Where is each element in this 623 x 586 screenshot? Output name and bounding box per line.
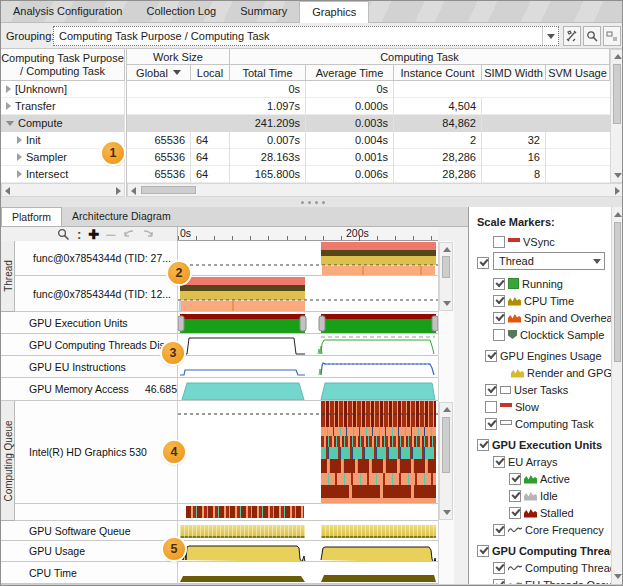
tab-graphics[interactable]: Graphics	[299, 1, 369, 23]
cell-instance-count[interactable]: 84,862	[394, 115, 482, 132]
column-header-svm-usage[interactable]: SVM Usage	[546, 65, 610, 81]
cell-global[interactable]: 65536	[127, 166, 191, 183]
gpu-memory-access-chart[interactable]	[177, 378, 438, 401]
gpu-computing-threads-chart[interactable]	[177, 334, 438, 356]
checkbox-icon[interactable]	[509, 490, 521, 502]
chevron-down-icon[interactable]	[542, 27, 558, 45]
tab-architecture-diagram[interactable]: Architecture Diagram	[62, 207, 181, 226]
cell-total-time[interactable]: 165.800s	[230, 166, 306, 183]
timeline-ruler[interactable]: 0s 200s	[177, 227, 438, 241]
legend-item-gpu-computing-threads[interactable]: GPU Computing Thread...	[477, 542, 623, 559]
checkbox-icon[interactable]	[485, 384, 497, 396]
column-header-instance-count[interactable]: Instance Count	[394, 65, 482, 81]
cell-local[interactable]: 64	[191, 166, 230, 183]
tab-summary[interactable]: Summary	[228, 1, 299, 22]
row-name-unknown[interactable]: [Unknown]	[1, 81, 125, 98]
row-name-compute[interactable]: Compute	[1, 115, 125, 132]
row-label-thread-12[interactable]: func@0x7854344d (TID: 12...	[15, 276, 177, 312]
queue-section-scrollbar[interactable]	[439, 402, 453, 520]
cell-average-time[interactable]: 0.003s	[306, 115, 394, 132]
cell-simd-width[interactable]: 32	[482, 132, 546, 149]
legend-item-eu-arrays[interactable]: EU Arrays	[493, 453, 558, 470]
cell-total-time[interactable]: 241.209s	[230, 115, 306, 132]
cell-total-time[interactable]: 1.097s	[230, 98, 306, 115]
checkbox-icon[interactable]	[493, 295, 505, 307]
checkbox-icon[interactable]	[477, 439, 489, 451]
grouping-combobox[interactable]: Computing Task Purpose / Computing Task	[53, 26, 559, 46]
row-name-intersect[interactable]: Intersect	[1, 166, 125, 183]
queue-secondary-chart[interactable]	[177, 504, 438, 521]
tab-collection-log[interactable]: Collection Log	[134, 1, 228, 22]
checkbox-icon[interactable]	[493, 236, 505, 248]
row-label-gpu-software-queue[interactable]: GPU Software Queue	[1, 521, 177, 541]
zoom-magnifier-icon[interactable]	[57, 228, 70, 241]
checkbox-icon[interactable]	[485, 401, 497, 413]
cell-instance-count[interactable]: 2	[394, 132, 482, 149]
cell-average-time[interactable]: 0.000s	[306, 98, 394, 115]
checkbox-icon[interactable]	[485, 418, 497, 430]
legend-item-computing-thread[interactable]: Computing Thread...	[493, 559, 623, 576]
column-header-simd-width[interactable]: SIMD Width	[482, 65, 546, 81]
pane-splitter[interactable]	[1, 197, 623, 207]
cell-instance-count[interactable]: 4,504	[394, 98, 482, 115]
legend-item-running[interactable]: Running	[493, 275, 563, 292]
row-label-gpu-memory-access[interactable]: GPU Memory Access 46.685	[1, 378, 177, 401]
legend-item-idle[interactable]: Idle	[509, 487, 558, 504]
row-label-gpu-computing-threads[interactable]: GPU Computing Threads Dis...	[1, 334, 177, 356]
cell-average-time[interactable]: 0.001s	[306, 149, 394, 166]
cell-average-time[interactable]: 0.006s	[306, 166, 394, 183]
legend-item-thread-group[interactable]	[477, 254, 489, 271]
row-label-gpu-usage[interactable]: GPU Usage	[1, 541, 177, 562]
row-label-queue-extra[interactable]	[15, 504, 177, 521]
checkbox-icon[interactable]	[493, 456, 505, 468]
tab-analysis-configuration[interactable]: Analysis Configuration	[1, 1, 134, 22]
frozen-column-hscrollbar[interactable]	[1, 183, 125, 197]
row-label-gpu-execution-units[interactable]: GPU Execution Units	[1, 312, 177, 334]
checkbox-icon[interactable]	[509, 507, 521, 519]
checkbox-icon[interactable]	[493, 329, 505, 341]
checkbox-icon[interactable]	[493, 524, 505, 536]
customize-grouping-button[interactable]	[563, 26, 581, 46]
cell-global[interactable]: 65536	[127, 132, 191, 149]
intel-hd-graphics-queue-chart[interactable]	[177, 401, 438, 504]
legend-item-clocktick-sample[interactable]: Clocktick Sample	[493, 326, 604, 343]
column-header-global[interactable]: Global	[127, 65, 191, 81]
checkbox-icon[interactable]	[493, 562, 505, 574]
gpu-execution-units-chart[interactable]	[177, 312, 438, 334]
checkbox-icon[interactable]	[493, 278, 505, 290]
column-header-local[interactable]: Local	[191, 65, 230, 81]
row-label-gpu-eu-instructions[interactable]: GPU EU Instructions	[1, 356, 177, 378]
column-header-task-purpose[interactable]: Computing Task Purpose / Computing Task	[1, 49, 125, 81]
cell-local[interactable]: 64	[191, 132, 230, 149]
thread-27-chart[interactable]	[177, 241, 438, 276]
cell-instance-count[interactable]: 28,286	[394, 166, 482, 183]
cell-simd-width[interactable]: 8	[482, 166, 546, 183]
thread-section-scrollbar[interactable]	[439, 242, 453, 311]
cell-simd-width[interactable]: 16	[482, 149, 546, 166]
search-button[interactable]	[583, 26, 601, 46]
row-label-cpu-time[interactable]: CPU Time	[1, 562, 177, 584]
legend-item-gpu-execution-units[interactable]: GPU Execution Units	[477, 436, 602, 453]
legend-item-render-gpgpu[interactable]: Render and GPG...	[511, 364, 621, 381]
undo-zoom-icon[interactable]	[122, 229, 135, 240]
redo-zoom-icon[interactable]	[142, 229, 155, 240]
cell-average-time[interactable]: 0s	[306, 81, 394, 98]
row-name-transfer[interactable]: Transfer	[1, 98, 125, 115]
legend-item-computing-task[interactable]: Computing Task	[485, 415, 594, 432]
checkbox-icon[interactable]	[493, 579, 505, 585]
cell-total-time[interactable]: 28.163s	[230, 149, 306, 166]
zoom-in-button[interactable]: ✚	[88, 228, 99, 241]
cpu-time-chart[interactable]	[177, 562, 438, 584]
cell-local[interactable]: 64	[191, 149, 230, 166]
legend-item-core-frequency[interactable]: Core Frequency	[493, 521, 604, 538]
checkbox-icon[interactable]	[477, 257, 489, 269]
cell-average-time[interactable]: 0.004s	[306, 132, 394, 149]
checkbox-icon[interactable]	[493, 312, 505, 324]
legend-item-cpu-time[interactable]: CPU Time	[493, 292, 574, 309]
legend-item-user-tasks[interactable]: User Tasks	[485, 381, 568, 398]
legend-item-vsync[interactable]: VSync	[493, 233, 555, 250]
thread-12-chart[interactable]	[177, 276, 438, 312]
row-label-thread-27[interactable]: func@0x7854344d (TID: 27...	[15, 241, 177, 276]
cell-total-time[interactable]: 0s	[230, 81, 306, 98]
checkbox-icon[interactable]	[509, 473, 521, 485]
